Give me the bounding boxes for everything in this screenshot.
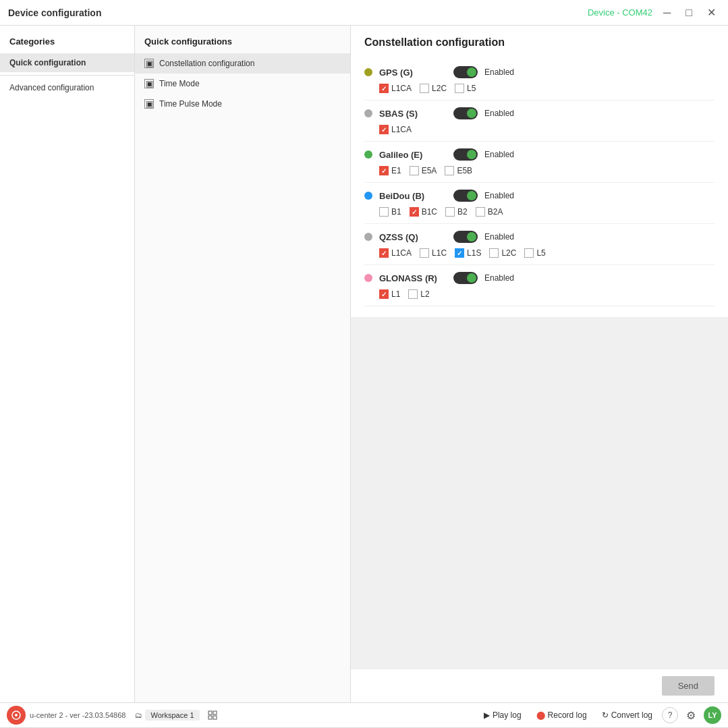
galileo-e1-label: E1 — [391, 166, 401, 175]
beidou-b1-checkbox[interactable] — [379, 207, 389, 217]
beidou-bands: B1 ✓ B1C B2 B2A — [364, 207, 715, 217]
svg-rect-2 — [208, 711, 212, 715]
galileo-e1-checkbox[interactable]: ✓ — [379, 166, 389, 175]
qzss-l1s-checkbox[interactable]: ✓ — [455, 248, 464, 258]
send-area: Send — [351, 669, 728, 702]
gps-enabled-label: Enabled — [484, 67, 514, 77]
qzss-l1c-checkbox[interactable] — [420, 248, 429, 258]
minimize-button[interactable]: ─ — [659, 5, 675, 20]
sbas-toggle-switch[interactable] — [453, 107, 478, 119]
qzss-enabled-label: Enabled — [484, 232, 514, 242]
galileo-e5a-checkbox[interactable] — [410, 166, 419, 175]
glonass-toggle-switch[interactable] — [453, 272, 478, 284]
gps-l2c-checkbox[interactable] — [420, 84, 429, 93]
constellation-panel: Constellation configuration GPS (G) Enab… — [351, 26, 728, 317]
record-log-button[interactable]: ⬤ Record log — [531, 708, 592, 722]
app-bar-actions: ? ⚙ LY — [662, 706, 721, 724]
beidou-b1c-checkbox[interactable]: ✓ — [410, 207, 419, 217]
glonass-toggle[interactable] — [453, 272, 478, 284]
quick-item-time-pulse[interactable]: ▣ Time Pulse Mode — [135, 94, 350, 114]
constellation-title: Constellation configuration — [364, 36, 715, 49]
sbas-l1ca-checkbox[interactable]: ✓ — [379, 125, 389, 134]
galileo-toggle-switch[interactable] — [453, 148, 478, 161]
app-identity: u-center 2 - ver -23.03.54868 — [7, 706, 125, 725]
gps-l1ca-label: L1CA — [391, 84, 412, 93]
glonass-l2-label: L2 — [420, 289, 429, 299]
glonass-l1-checkbox[interactable]: ✓ — [379, 289, 389, 299]
sbas-dot — [364, 109, 372, 117]
sbas-name: SBAS (S) — [379, 109, 447, 119]
qzss-dot — [364, 233, 372, 241]
quick-item-label-constellation: Constellation configuration — [159, 59, 254, 68]
workspace-num: 1 — [190, 711, 194, 719]
sidebar-item-advanced-config[interactable]: Advanced configuration — [0, 78, 134, 97]
qzss-bands: ✓ L1CA L1C ✓ L1S L2C — [364, 248, 715, 258]
svg-rect-5 — [213, 716, 217, 719]
gps-band-l1ca: ✓ L1CA — [379, 84, 412, 93]
glonass-dot — [364, 274, 372, 282]
restore-button[interactable]: □ — [681, 5, 696, 20]
glonass-enabled-label: Enabled — [484, 273, 514, 283]
glonass-band-l2: L2 — [408, 289, 429, 299]
galileo-band-e1: ✓ E1 — [379, 166, 401, 175]
quick-item-label-time-mode: Time Mode — [159, 79, 200, 88]
title-bar-actions: Device - COM42 ─ □ ✕ — [588, 5, 720, 20]
qzss-toggle-switch[interactable] — [453, 231, 478, 243]
beidou-toggle-switch[interactable] — [453, 190, 478, 202]
gps-toggle-switch[interactable] — [453, 66, 478, 78]
config-icon[interactable] — [208, 710, 217, 720]
gps-l2c-label: L2C — [432, 84, 447, 93]
galileo-e5b-checkbox[interactable] — [445, 166, 454, 175]
user-avatar[interactable]: LY — [704, 706, 721, 724]
constellation-wrapper: Constellation configuration GPS (G) Enab… — [351, 26, 728, 702]
beidou-toggle[interactable] — [453, 190, 478, 202]
qzss-l5-label: L5 — [536, 248, 545, 258]
qzss-band-l5: L5 — [524, 248, 545, 258]
help-button[interactable]: ? — [662, 707, 678, 723]
quick-item-constellation[interactable]: ▣ Constellation configuration — [135, 53, 350, 74]
qzss-l2c-label: L2C — [501, 248, 516, 258]
beidou-b2-checkbox[interactable] — [445, 207, 455, 217]
beidou-b2a-checkbox[interactable] — [476, 207, 485, 217]
galileo-toggle[interactable] — [453, 148, 478, 161]
gps-l5-checkbox[interactable] — [455, 84, 464, 93]
glonass-l2-checkbox[interactable] — [408, 289, 418, 299]
gps-l1ca-checkbox[interactable]: ✓ — [379, 84, 389, 93]
sbas-l1ca-label: L1CA — [391, 125, 412, 134]
galileo-dot — [364, 150, 372, 159]
close-button[interactable]: ✕ — [703, 5, 720, 20]
galileo-bands: ✓ E1 E5A E5B — [364, 166, 715, 175]
sbas-band-l1ca: ✓ L1CA — [379, 125, 412, 134]
const-row-glonass: GLONASS (R) Enabled ✓ L1 L2 — [364, 265, 715, 306]
qzss-l1s-label: L1S — [467, 248, 481, 258]
sbas-bands: ✓ L1CA — [364, 125, 715, 134]
constellation-scroll: Constellation configuration GPS (G) Enab… — [351, 26, 728, 669]
glonass-name: GLONASS (R) — [379, 273, 447, 283]
gps-toggle[interactable] — [453, 66, 478, 78]
beidou-enabled-label: Enabled — [484, 191, 514, 200]
galileo-band-e5b: E5B — [445, 166, 472, 175]
settings-button[interactable]: ⚙ — [682, 707, 700, 724]
beidou-b2-label: B2 — [457, 207, 468, 217]
qzss-l2c-checkbox[interactable] — [489, 248, 499, 258]
app-logo-icon — [11, 710, 22, 721]
qzss-l5-checkbox[interactable] — [524, 248, 534, 258]
const-row-beidou: BeiDou (B) Enabled B1 ✓ B1C — [364, 183, 715, 224]
categories-sidebar: Categories Quick configuration Advanced … — [0, 26, 135, 702]
convert-icon: ↻ — [602, 710, 609, 720]
sbas-toggle[interactable] — [453, 107, 478, 119]
play-log-button[interactable]: ▶ Play log — [478, 708, 527, 722]
beidou-dot — [364, 192, 372, 200]
quick-item-icon-3: ▣ — [144, 99, 154, 109]
svg-rect-3 — [213, 711, 217, 715]
qzss-l1c-label: L1C — [432, 248, 447, 258]
send-button[interactable]: Send — [662, 676, 715, 696]
sidebar-item-quick-config[interactable]: Quick configuration — [0, 53, 134, 72]
qzss-toggle[interactable] — [453, 231, 478, 243]
galileo-enabled-label: Enabled — [484, 150, 514, 159]
gps-dot — [364, 68, 372, 76]
convert-log-button[interactable]: ↻ Convert log — [596, 708, 658, 722]
qzss-l1ca-checkbox[interactable]: ✓ — [379, 248, 389, 258]
beidou-band-b1c: ✓ B1C — [410, 207, 437, 217]
quick-item-time-mode[interactable]: ▣ Time Mode — [135, 74, 350, 94]
